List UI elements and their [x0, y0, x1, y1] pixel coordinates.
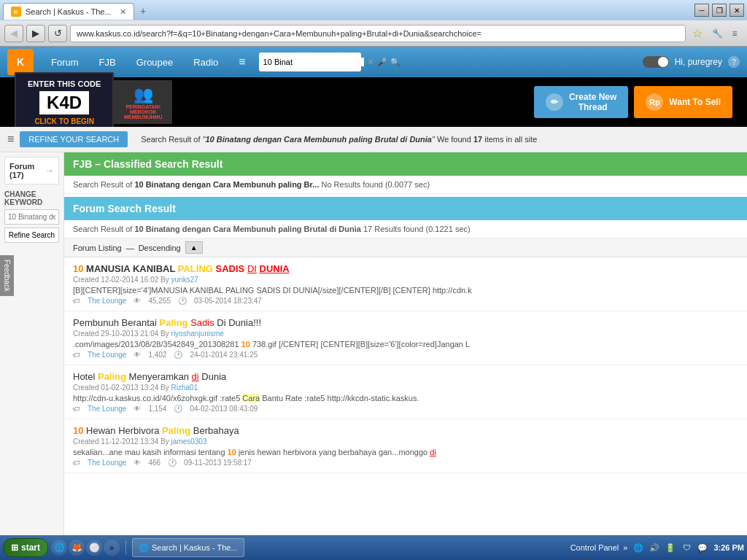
thread-meta-1: Created 12-02-2014 16:02 By yunks27	[73, 276, 738, 284]
toggle-knob	[658, 57, 668, 67]
hamburger-icon[interactable]: ≡	[7, 133, 14, 146]
refine-search-btn[interactable]: Refine Search	[4, 228, 59, 243]
forum-panel: Forum (17) →	[4, 157, 59, 184]
title-bar: K Search | Kaskus - The... ✕ + ─ ❐ ✕	[0, 0, 747, 20]
taskbar: ⊞ start 🌐 🦊 ⚪ » 🌐 Search | Kaskus - The.…	[0, 535, 747, 560]
start-button[interactable]: ⊞ start	[3, 538, 48, 557]
ie-icon[interactable]: 🌐	[51, 540, 67, 556]
feedback-label: Feedback	[3, 260, 11, 292]
thread-meta-4: Created 11-12-2012 13:34 By james0303	[73, 438, 738, 446]
thread-date-3: 04-02-2013 08:43:09	[190, 405, 258, 413]
ad-click-text: CLICK TO BEGIN	[34, 117, 93, 125]
chrome-app-icon: 🌐	[139, 543, 149, 553]
thread-title-1[interactable]: 10 MANUSIA KANIBAL PALING SADIS DI DUNIA	[73, 263, 738, 274]
forum-arrow-icon[interactable]: →	[45, 166, 54, 176]
eye-icon-1: 👁	[133, 297, 141, 305]
thread-item-4: 10 Hewan Herbivora Paling Berbahaya Crea…	[64, 419, 747, 473]
arrow-icon[interactable]: »	[623, 543, 627, 552]
thread-date-1: 03-05-2014 18:23:47	[194, 297, 262, 305]
wrench-icon[interactable]: 🔧	[709, 25, 725, 42]
thread-author-2[interactable]: riyoshanjunisme	[171, 330, 224, 338]
clock-icon-1: 🕐	[178, 297, 187, 305]
ad-image[interactable]: 👥 PERINGATAN!MEROKOK MEMBUNUHMU	[114, 80, 172, 124]
thread-tag-lounge-2[interactable]: The Lounge	[88, 351, 126, 359]
site-search-bar: ✕ 🎤 🔍	[259, 52, 361, 71]
address-bar[interactable]	[70, 25, 686, 42]
active-tab[interactable]: K Search | Kaskus - The... ✕	[3, 3, 134, 20]
thread-preview-4: sekalian...ane mau kasih informasi tenta…	[73, 448, 496, 456]
keyword-input[interactable]	[4, 209, 59, 225]
thread-item: 10 MANUSIA KANIBAL PALING SADIS DI DUNIA…	[64, 257, 747, 311]
chrome-icon[interactable]: ⚪	[86, 540, 102, 556]
thread-date-2: 24-01-2014 23:41:25	[190, 351, 258, 359]
minimize-button[interactable]: ─	[694, 4, 709, 17]
bookmark-star-icon[interactable]: ☆	[689, 25, 706, 42]
forum-listing-bar: Forum Listing — Descending ▲	[64, 238, 747, 257]
forum-result-info: Search Result of 10 Binatang dengan Cara…	[64, 220, 747, 238]
forum-listing-label: Forum Listing	[73, 244, 122, 252]
clock-icon-4: 🕐	[168, 459, 177, 467]
search-clear-icon[interactable]: ✕	[367, 57, 374, 67]
forum-search-title: Forum Search Result	[73, 203, 176, 214]
messenger-icon[interactable]: 💬	[696, 541, 709, 554]
sound-icon[interactable]: 🔊	[648, 541, 661, 554]
change-keyword-section: CHANGE KEYWORD Refine Search	[4, 190, 59, 243]
sort-direction-button[interactable]: ▲	[185, 241, 203, 254]
thread-item-3: Hotel Paling Menyeramkan di Dunia Create…	[64, 365, 747, 419]
create-new-thread-button[interactable]: ✏ Create New Thread	[534, 86, 628, 118]
new-tab-button[interactable]: +	[134, 2, 152, 20]
reload-button[interactable]: ↺	[48, 25, 67, 42]
search-icon[interactable]: 🔍	[390, 58, 400, 67]
fjb-header: FJB – Classified Search Result	[64, 152, 747, 176]
want-to-sell-button[interactable]: Rp Want To Sell	[634, 86, 732, 118]
ad-code-box[interactable]: ENTER THIS CODE K4D CLICK TO BEGIN	[15, 72, 114, 133]
thread-tag-lounge-1[interactable]: The Lounge	[88, 297, 126, 305]
firefox-icon[interactable]: 🦊	[69, 540, 85, 556]
thread-views-3: 1,154	[148, 405, 166, 413]
thread-views-1: 45,255	[148, 297, 171, 305]
microphone-icon[interactable]: 🎤	[377, 58, 387, 67]
tab-close-icon[interactable]: ✕	[120, 7, 126, 17]
nav-right-icons: 🔧 ≡	[709, 25, 743, 42]
feedback-tab[interactable]: Feedback	[0, 255, 14, 296]
thread-author-3[interactable]: Rizha01	[171, 384, 198, 392]
thread-tag-lounge-4[interactable]: The Lounge	[88, 459, 126, 467]
thread-item-2: Pembunuh Berantai Paling Sadis Di Dunia!…	[64, 311, 747, 365]
help-icon[interactable]: ?	[728, 56, 740, 68]
thread-preview-2: .com/images/2013/08/28/3542849_201308281…	[73, 340, 496, 349]
tab-label: Search | Kaskus - The...	[26, 7, 115, 16]
radio-nav-link[interactable]: Radio	[183, 47, 228, 77]
antivirus-icon[interactable]: 🛡	[680, 541, 693, 554]
more-icons[interactable]: »	[104, 540, 120, 556]
toggle-switch[interactable]	[643, 56, 669, 68]
thread-author-4[interactable]: james0303	[171, 438, 207, 446]
tag-icon-4: 🏷	[73, 459, 80, 467]
network-icon[interactable]: 🌐	[632, 541, 645, 554]
site-search-input[interactable]	[263, 58, 364, 66]
bars-icon[interactable]: ≡	[727, 25, 743, 42]
tab-bar: K Search | Kaskus - The... ✕ +	[3, 1, 152, 20]
eye-icon-3: 👁	[133, 405, 141, 413]
site-wrapper: K Forum FJB Groupee Radio ≡ ✕ 🎤 🔍 Hi, pu…	[0, 47, 747, 535]
thread-title-4[interactable]: 10 Hewan Herbivora Paling Berbahaya	[73, 425, 738, 436]
forward-button[interactable]: ▶	[26, 25, 45, 42]
close-button[interactable]: ✕	[729, 4, 744, 17]
thread-tag-lounge-3[interactable]: The Lounge	[88, 405, 126, 413]
thread-title-3[interactable]: Hotel Paling Menyeramkan di Dunia	[73, 371, 738, 382]
thread-preview-1: [B][CENTER][size='4']MANUSIA KANIBAL PAL…	[73, 286, 496, 295]
back-button[interactable]: ◀	[4, 25, 23, 42]
battery-icon[interactable]: 🔋	[664, 541, 677, 554]
clock: 3:26 PM	[713, 543, 744, 552]
thread-views-2: 1,402	[148, 351, 166, 359]
thread-author-1[interactable]: yunks27	[171, 276, 198, 284]
ad-enter-text: ENTER THIS CODE	[28, 79, 101, 88]
thread-title-2[interactable]: Pembunuh Berantai Paling Sadis Di Dunia!…	[73, 317, 738, 328]
menu-icon[interactable]: ≡	[228, 47, 255, 77]
window-controls: ─ ❐ ✕	[694, 4, 744, 17]
maximize-button[interactable]: ❐	[712, 4, 727, 17]
taskbar-app-chrome[interactable]: 🌐 Search | Kaskus - The...	[132, 538, 244, 557]
rp-icon: Rp	[646, 93, 663, 111]
thread-tags-2: 🏷 The Lounge 👁 1,402 🕐 24-01-2014 23:41:…	[73, 351, 738, 359]
refine-search-button[interactable]: REFINE YOUR SEARCH	[20, 131, 128, 147]
control-panel-label[interactable]: Control Panel	[570, 543, 619, 552]
